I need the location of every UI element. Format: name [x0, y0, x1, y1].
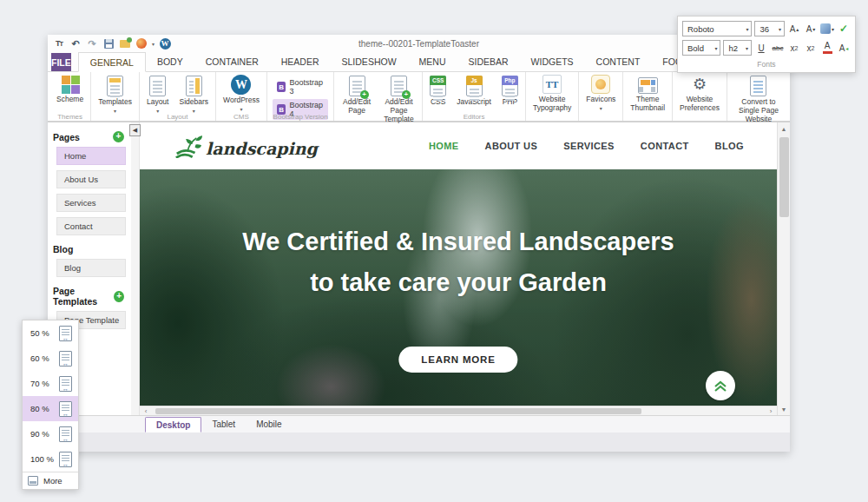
change-case-button[interactable]: A◂	[837, 41, 851, 55]
page-item-about-us[interactable]: About Us	[56, 170, 126, 188]
website-typography-button[interactable]: TT Website Typography	[528, 74, 576, 114]
ribbon-group-thumbnail: Theme Thumbnail	[623, 72, 673, 121]
php-editor-icon: Php	[502, 76, 518, 96]
tab-container[interactable]: CONTAINER	[194, 52, 270, 71]
underline-button[interactable]: U	[754, 41, 768, 55]
zoom-level-100[interactable]: 100 %	[23, 446, 78, 472]
css-editor-icon: CSS	[430, 76, 446, 96]
website-preferences-gear-icon: ⚙	[693, 75, 707, 94]
grow-font-button[interactable]: A▴	[787, 22, 801, 36]
tab-file[interactable]: FILE	[51, 53, 71, 71]
convert-single-page-button[interactable]: Convert to Single Page Website	[729, 74, 788, 124]
export-icon[interactable]	[119, 37, 131, 50]
vertical-scrollbar-thumb[interactable]	[779, 137, 789, 217]
scroll-right-arrow-icon[interactable]: ›	[765, 407, 777, 415]
zoom-level-80[interactable]: 80 %	[23, 396, 78, 421]
bootstrap3-button[interactable]: B Bootstrap 3	[273, 76, 329, 97]
favicons-button[interactable]: Favicons ▾	[581, 74, 621, 112]
ribbon-group-layout: Layout ▾ Sidebars ▾ Layout	[140, 72, 216, 121]
zoom-level-50[interactable]: 50 %	[23, 320, 78, 346]
javascript-editor-button[interactable]: Js JavaScript	[451, 74, 496, 108]
ribbon: Scheme Themes Templates ▾ Layout ▾	[48, 72, 790, 122]
superscript-button[interactable]: x2	[804, 41, 818, 55]
scroll-down-arrow-icon[interactable]: ▼	[778, 403, 791, 415]
php-editor-button[interactable]: Php PHP	[496, 74, 523, 108]
templates-button[interactable]: Templates ▾	[93, 74, 137, 115]
zoom-level-90[interactable]: 90 %	[23, 421, 78, 446]
css-editor-button[interactable]: CSS CSS	[424, 74, 451, 108]
device-tab-mobile[interactable]: Mobile	[246, 416, 292, 433]
nav-about-us[interactable]: ABOUT US	[485, 141, 538, 151]
zoom-doc-icon	[59, 452, 72, 467]
device-tab-desktop[interactable]: Desktop	[145, 417, 201, 433]
wordpress-icon[interactable]: W	[159, 37, 171, 50]
redo-icon[interactable]: ↷	[86, 37, 98, 50]
double-chevron-up-icon	[713, 380, 727, 393]
theme-thumbnail-button[interactable]: Theme Thumbnail	[625, 74, 670, 114]
page-item-home[interactable]: Home	[56, 147, 126, 165]
page-item-blog[interactable]: Blog	[56, 259, 126, 277]
scroll-left-arrow-icon[interactable]: ‹	[140, 407, 152, 415]
zoom-doc-icon	[59, 326, 72, 341]
wordpress-cms-button[interactable]: W WordPress ▾	[218, 74, 265, 113]
font-family-select[interactable]: Roboto▾	[682, 21, 752, 36]
collapse-sidebar-button[interactable]: ◀	[129, 124, 141, 136]
preview-browser-icon[interactable]	[135, 37, 148, 50]
site-preview-canvas[interactable]: landscaping HOME ABOUT US SERVICES CONTA…	[140, 122, 777, 406]
learn-more-button[interactable]: LEARN MORE	[398, 347, 517, 373]
scroll-to-top-button[interactable]	[706, 371, 735, 400]
zoom-level-70[interactable]: 70 %	[23, 371, 78, 396]
page-item-contact[interactable]: Contact	[56, 217, 126, 235]
add-page-button[interactable]: +	[113, 131, 124, 142]
font-style-select[interactable]: Bold▾	[682, 40, 720, 56]
tab-header[interactable]: HEADER	[270, 52, 331, 71]
heading-tag-select[interactable]: h2▾	[723, 40, 752, 56]
scheme-button[interactable]: Scheme	[51, 74, 89, 105]
save-icon[interactable]	[102, 37, 115, 50]
nav-contact[interactable]: CONTACT	[641, 141, 689, 151]
ribbon-group-preferences: ⚙ Website Preferences	[673, 72, 727, 121]
horizontal-scrollbar-thumb[interactable]	[155, 408, 641, 414]
website-preferences-button[interactable]: ⚙ Website Preferences	[674, 74, 725, 114]
layout-button[interactable]: Layout ▾	[141, 74, 174, 115]
page-item-services[interactable]: Services	[56, 194, 126, 212]
status-strip	[48, 433, 790, 452]
nav-services[interactable]: SERVICES	[563, 141, 615, 151]
device-tab-bar: Desktop Tablet Mobile	[48, 415, 790, 433]
subscript-button[interactable]: x2	[787, 41, 801, 55]
add-page-template-button[interactable]: +	[114, 291, 124, 302]
sidebars-button[interactable]: Sidebars ▾	[174, 74, 214, 115]
font-size-select[interactable]: 36▾	[754, 21, 785, 36]
nav-home[interactable]: HOME	[429, 141, 459, 151]
preview-dropdown-caret-icon[interactable]: ▾	[152, 41, 155, 47]
ribbon-group-cms: W WordPress ▾ CMS	[216, 72, 267, 121]
hero-section: We Certified & Insured Landscapers to ta…	[140, 169, 777, 406]
zoom-level-60[interactable]: 60 %	[23, 346, 78, 371]
add-edit-page-button[interactable]: + Add/Edit Page	[336, 74, 377, 116]
tab-content[interactable]: CONTENT	[585, 52, 652, 71]
spellcheck-icon[interactable]: ✓	[837, 22, 851, 36]
horizontal-scrollbar[interactable]: ‹ ›	[140, 406, 777, 415]
undo-icon[interactable]: ↶	[69, 37, 82, 50]
tab-slideshow[interactable]: SLIDESHOW	[331, 52, 408, 71]
device-tab-tablet[interactable]: Tablet	[201, 416, 246, 433]
strikethrough-button[interactable]: abc	[771, 41, 785, 55]
tab-general[interactable]: GENERAL	[78, 52, 146, 72]
vertical-scrollbar[interactable]: ▲ ▼	[777, 122, 790, 415]
font-color-button[interactable]: A	[820, 41, 834, 55]
wordpress-cms-icon: W	[231, 75, 251, 95]
site-logo[interactable]: landscaping	[174, 135, 318, 158]
tab-widgets[interactable]: WIDGETS	[520, 52, 585, 71]
scheme-icon	[61, 75, 80, 94]
add-edit-page-icon: +	[349, 76, 365, 96]
tab-menu[interactable]: MENU	[408, 52, 457, 71]
tab-sidebar[interactable]: SIDEBAR	[457, 52, 519, 71]
zoom-more-button[interactable]: More	[23, 472, 78, 489]
nav-blog[interactable]: BLOG	[715, 141, 744, 151]
hero-title-line1: We Certified & Insured Landscapers	[140, 221, 777, 262]
highlight-color-button[interactable]: ▾	[820, 22, 834, 36]
shrink-font-button[interactable]: A▾	[804, 22, 818, 36]
site-header: landscaping HOME ABOUT US SERVICES CONTA…	[140, 122, 777, 169]
add-edit-page-template-button[interactable]: + Add/Edit Page Template	[378, 74, 421, 124]
tab-body[interactable]: BODY	[146, 52, 194, 71]
